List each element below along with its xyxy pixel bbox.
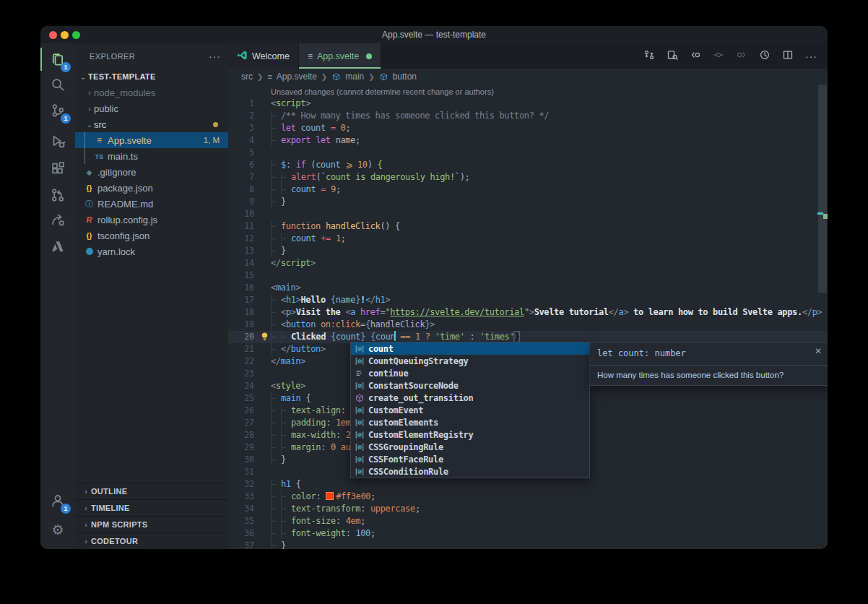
line-number: 1 xyxy=(228,98,254,110)
activity-accounts[interactable]: 1 xyxy=(40,486,75,515)
line-number: 5 xyxy=(228,147,254,159)
debug-icon xyxy=(50,133,66,149)
code-line[interactable]: 6→$: if (count ⩾ 10) { xyxy=(228,159,828,171)
code-line[interactable]: 17→<h1>Hello {name}!</h1> xyxy=(228,294,828,306)
code-line[interactable]: 9→} xyxy=(228,196,828,208)
project-root-row[interactable]: ⌄ TEST-TEMPLATE xyxy=(75,69,228,85)
code-line[interactable]: 7→→alert(`count is dangerously high!`); xyxy=(228,171,828,184)
suggest-item-CustomEvent[interactable]: CustomEvent xyxy=(351,404,589,416)
more-actions-icon[interactable]: ··· xyxy=(209,51,221,62)
breadcrumb-item[interactable]: src xyxy=(241,72,253,82)
open-preview-icon[interactable] xyxy=(667,49,678,64)
code-line[interactable]: 10 xyxy=(228,208,828,220)
activity-source-control[interactable]: 1 xyxy=(40,96,75,125)
tree-item-rollup.config.js[interactable]: Rrollup.config.js xyxy=(75,212,228,228)
editor-scrollbar[interactable] xyxy=(818,85,827,293)
breadcrumb[interactable]: src❯≡App.svelte❯main❯button xyxy=(228,69,828,85)
tree-item-main.ts[interactable]: TSmain.ts xyxy=(75,148,228,164)
line-number: 9 xyxy=(228,196,254,208)
code-line[interactable]: 13→} xyxy=(228,245,828,257)
breadcrumb-item[interactable]: App.svelte xyxy=(277,72,317,82)
previous-change-icon[interactable] xyxy=(690,49,701,64)
editor-actions: ··· xyxy=(643,43,828,69)
breadcrumb-item[interactable]: button xyxy=(393,72,417,82)
code-line[interactable]: 33→→color: #ff3e00; xyxy=(228,491,828,503)
suggest-list[interactable]: countCountQueuingStrategycontinueConstan… xyxy=(350,342,590,478)
suggest-item-CSSGroupingRule[interactable]: CSSGroupingRule xyxy=(351,441,589,453)
code-line[interactable]: 12→→count += 1; xyxy=(228,233,828,245)
change-indicator-icon[interactable] xyxy=(713,49,724,64)
suggest-item-ConstantSourceNode[interactable]: ConstantSourceNode xyxy=(351,379,589,392)
tab-welcome[interactable]: Welcome xyxy=(228,43,299,69)
azure-icon xyxy=(50,238,66,254)
code-line[interactable]: 8→→count = 9; xyxy=(228,184,828,196)
tree-item-package.json[interactable]: {}package.json xyxy=(75,180,228,196)
suggest-item-create_out_transition[interactable]: create_out_transition xyxy=(351,392,589,404)
next-change-icon[interactable] xyxy=(736,49,747,64)
code-line[interactable]: 1<script> xyxy=(228,98,828,110)
code-line[interactable]: 19→<button on:click={handleClick}> xyxy=(228,319,828,331)
suggest-item-customElements[interactable]: customElements xyxy=(351,416,589,428)
activity-extensions[interactable] xyxy=(40,154,75,183)
file-history-icon[interactable] xyxy=(759,49,771,64)
chevron-right-icon: › xyxy=(85,89,94,97)
code-line[interactable]: 37→} xyxy=(228,540,828,549)
breadcrumb-item[interactable]: main xyxy=(345,72,364,82)
suggest-item-CSSFontFaceRule[interactable]: CSSFontFaceRule xyxy=(351,453,589,465)
line-number: 34 xyxy=(228,503,254,515)
line-number: 23 xyxy=(228,368,254,380)
activity-search[interactable] xyxy=(40,70,75,99)
code-line[interactable]: 32→h1 { xyxy=(228,478,828,491)
tree-item-src[interactable]: ⌄src xyxy=(75,116,228,132)
code-line[interactable]: 15 xyxy=(228,269,828,282)
tree-item-node_modules[interactable]: ›node_modules xyxy=(75,85,228,100)
code-line[interactable]: 14</script> xyxy=(228,257,828,269)
tree-item-README.md[interactable]: ⓘREADME.md xyxy=(75,196,228,212)
section-codetour[interactable]: ›CODETOUR xyxy=(75,532,228,549)
code-line[interactable]: 2→/** How many times has someone clicked… xyxy=(228,110,828,122)
code-line[interactable]: 35→→font-size: 4em; xyxy=(228,515,828,527)
activity-settings[interactable]: ⚙ xyxy=(40,515,75,544)
suggest-item-CSSConditionRule[interactable]: CSSConditionRule xyxy=(351,465,589,478)
open-changes-icon[interactable] xyxy=(643,49,655,64)
close-icon[interactable]: ✕ xyxy=(815,346,822,356)
activity-azure[interactable] xyxy=(40,232,75,261)
section-outline[interactable]: ›OUTLINE xyxy=(75,483,228,499)
suggest-label: ConstantSourceNode xyxy=(368,381,459,391)
more-actions-icon[interactable]: ··· xyxy=(805,50,817,63)
code-line[interactable]: 4→export let name; xyxy=(228,134,828,147)
suggest-label: CustomElementRegistry xyxy=(368,430,473,440)
activity-explorer[interactable]: 1 xyxy=(40,45,75,74)
git-file-icon: ◆ xyxy=(84,164,95,181)
section-timeline[interactable]: ›TIMELINE xyxy=(75,499,228,516)
file-label: rollup.config.js xyxy=(97,215,157,225)
svelte-file-icon: ≡ xyxy=(267,72,272,81)
activity-live-share[interactable] xyxy=(40,205,75,234)
code-editor[interactable]: Unsaved changes (cannot determine recent… xyxy=(228,85,828,549)
suggest-item-CountQueuingStrategy[interactable]: CountQueuingStrategy xyxy=(351,355,589,367)
code-line[interactable]: 16<main> xyxy=(228,282,828,294)
code-line[interactable]: 34→→text-transform: uppercase; xyxy=(228,503,828,515)
tab-app-svelte[interactable]: ≡App.svelte xyxy=(299,43,381,69)
suggest-item-count[interactable]: count xyxy=(351,342,589,355)
code-line[interactable]: 5 xyxy=(228,147,828,159)
tree-item-tsconfig.json[interactable]: {}tsconfig.json xyxy=(75,228,228,243)
info-file-icon: ⓘ xyxy=(84,196,95,212)
split-editor-icon[interactable] xyxy=(782,49,794,64)
code-line[interactable]: 36→→font-weight: 100; xyxy=(228,527,828,540)
section-npm-scripts[interactable]: ›NPM SCRIPTS xyxy=(75,516,228,532)
tree-item-yarn.lock[interactable]: yarn.lock xyxy=(75,243,228,259)
line-number: 10 xyxy=(228,208,254,220)
tree-item-.gitignore[interactable]: ◆.gitignore xyxy=(75,164,228,180)
chevron-down-icon: ⌄ xyxy=(85,121,94,129)
code-line[interactable]: 11→function handleClick() { xyxy=(228,220,828,233)
code-line[interactable]: 3→let count = 0; xyxy=(228,122,828,134)
title-bar[interactable]: App.svelte — test-template xyxy=(40,26,828,43)
suggest-label: CSSFontFaceRule xyxy=(368,454,443,465)
code-line[interactable]: 18→<p>Visit the <a href="https://svelte.… xyxy=(228,306,828,319)
tree-item-App.svelte[interactable]: ≡App.svelte1, M xyxy=(75,132,228,148)
tree-item-public[interactable]: ›public xyxy=(75,100,228,116)
activity-run-and-debug[interactable] xyxy=(40,126,75,155)
suggest-item-continue[interactable]: continue xyxy=(351,367,589,379)
suggest-item-CustomElementRegistry[interactable]: CustomElementRegistry xyxy=(351,428,589,441)
